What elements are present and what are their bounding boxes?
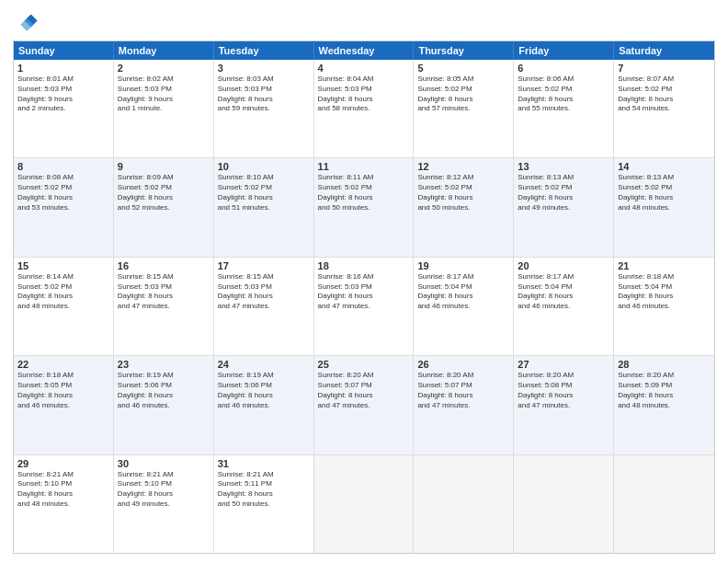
header-day-sunday: Sunday bbox=[14, 41, 114, 60]
day-info: Sunrise: 8:20 AM Sunset: 5:07 PM Dayligh… bbox=[318, 371, 410, 410]
page: SundayMondayTuesdayWednesdayThursdayFrid… bbox=[0, 0, 728, 563]
day-number: 11 bbox=[318, 161, 410, 172]
day-cell-29: 29Sunrise: 8:21 AM Sunset: 5:10 PM Dayli… bbox=[14, 455, 114, 553]
day-number: 3 bbox=[218, 63, 310, 74]
header-day-thursday: Thursday bbox=[414, 41, 514, 60]
day-number: 1 bbox=[17, 63, 109, 74]
day-number: 12 bbox=[417, 161, 509, 172]
day-cell-9: 9Sunrise: 8:09 AM Sunset: 5:02 PM Daylig… bbox=[114, 158, 214, 256]
day-cell-31: 31Sunrise: 8:21 AM Sunset: 5:11 PM Dayli… bbox=[214, 455, 314, 553]
day-number: 15 bbox=[17, 260, 109, 271]
day-info: Sunrise: 8:13 AM Sunset: 5:02 PM Dayligh… bbox=[518, 173, 609, 213]
day-number: 2 bbox=[118, 63, 210, 74]
day-cell-16: 16Sunrise: 8:15 AM Sunset: 5:03 PM Dayli… bbox=[114, 258, 214, 355]
calendar-row-4: 22Sunrise: 8:18 AM Sunset: 5:05 PM Dayli… bbox=[14, 356, 714, 454]
day-info: Sunrise: 8:19 AM Sunset: 5:06 PM Dayligh… bbox=[218, 371, 310, 410]
day-info: Sunrise: 8:03 AM Sunset: 5:03 PM Dayligh… bbox=[218, 75, 310, 114]
day-number: 4 bbox=[318, 63, 410, 74]
day-number: 22 bbox=[17, 359, 109, 370]
day-cell-27: 27Sunrise: 8:20 AM Sunset: 5:08 PM Dayli… bbox=[514, 356, 614, 454]
day-cell-1: 1Sunrise: 8:01 AM Sunset: 5:03 PM Daylig… bbox=[14, 60, 114, 157]
day-info: Sunrise: 8:07 AM Sunset: 5:02 PM Dayligh… bbox=[618, 75, 711, 114]
day-number: 23 bbox=[118, 359, 210, 370]
day-info: Sunrise: 8:02 AM Sunset: 5:03 PM Dayligh… bbox=[118, 75, 210, 114]
day-number: 10 bbox=[218, 161, 310, 172]
day-cell-25: 25Sunrise: 8:20 AM Sunset: 5:07 PM Dayli… bbox=[314, 356, 415, 454]
day-info: Sunrise: 8:21 AM Sunset: 5:10 PM Dayligh… bbox=[118, 470, 210, 510]
day-number: 24 bbox=[218, 359, 310, 370]
day-number: 16 bbox=[118, 260, 210, 271]
day-cell-24: 24Sunrise: 8:19 AM Sunset: 5:06 PM Dayli… bbox=[214, 356, 314, 454]
day-info: Sunrise: 8:05 AM Sunset: 5:02 PM Dayligh… bbox=[417, 75, 509, 114]
day-info: Sunrise: 8:06 AM Sunset: 5:02 PM Dayligh… bbox=[518, 75, 609, 114]
empty-cell bbox=[414, 455, 514, 553]
day-info: Sunrise: 8:04 AM Sunset: 5:03 PM Dayligh… bbox=[318, 75, 410, 114]
day-cell-12: 12Sunrise: 8:12 AM Sunset: 5:02 PM Dayli… bbox=[414, 158, 514, 256]
day-number: 21 bbox=[618, 260, 711, 271]
day-info: Sunrise: 8:18 AM Sunset: 5:04 PM Dayligh… bbox=[618, 272, 711, 312]
day-number: 18 bbox=[318, 260, 410, 271]
day-number: 29 bbox=[17, 458, 109, 469]
day-info: Sunrise: 8:21 AM Sunset: 5:11 PM Dayligh… bbox=[218, 470, 310, 510]
day-info: Sunrise: 8:20 AM Sunset: 5:08 PM Dayligh… bbox=[518, 371, 609, 410]
header-day-monday: Monday bbox=[114, 41, 214, 60]
calendar-body: 1Sunrise: 8:01 AM Sunset: 5:03 PM Daylig… bbox=[14, 60, 714, 553]
calendar-row-3: 15Sunrise: 8:14 AM Sunset: 5:02 PM Dayli… bbox=[14, 258, 714, 356]
day-cell-14: 14Sunrise: 8:13 AM Sunset: 5:02 PM Dayli… bbox=[614, 158, 714, 256]
day-cell-21: 21Sunrise: 8:18 AM Sunset: 5:04 PM Dayli… bbox=[614, 258, 714, 355]
calendar-row-1: 1Sunrise: 8:01 AM Sunset: 5:03 PM Daylig… bbox=[14, 60, 714, 158]
day-info: Sunrise: 8:15 AM Sunset: 5:03 PM Dayligh… bbox=[218, 272, 310, 312]
day-cell-28: 28Sunrise: 8:20 AM Sunset: 5:09 PM Dayli… bbox=[614, 356, 714, 454]
day-info: Sunrise: 8:21 AM Sunset: 5:10 PM Dayligh… bbox=[17, 470, 109, 510]
calendar-header: SundayMondayTuesdayWednesdayThursdayFrid… bbox=[14, 41, 714, 60]
day-cell-26: 26Sunrise: 8:20 AM Sunset: 5:07 PM Dayli… bbox=[414, 356, 514, 454]
day-cell-17: 17Sunrise: 8:15 AM Sunset: 5:03 PM Dayli… bbox=[214, 258, 314, 355]
day-cell-18: 18Sunrise: 8:16 AM Sunset: 5:03 PM Dayli… bbox=[314, 258, 415, 355]
header-day-friday: Friday bbox=[514, 41, 614, 60]
day-number: 19 bbox=[417, 260, 509, 271]
day-cell-8: 8Sunrise: 8:08 AM Sunset: 5:02 PM Daylig… bbox=[14, 158, 114, 256]
day-cell-15: 15Sunrise: 8:14 AM Sunset: 5:02 PM Dayli… bbox=[14, 258, 114, 355]
header-day-saturday: Saturday bbox=[614, 41, 714, 60]
day-info: Sunrise: 8:15 AM Sunset: 5:03 PM Dayligh… bbox=[118, 272, 210, 312]
day-number: 6 bbox=[518, 63, 609, 74]
day-info: Sunrise: 8:17 AM Sunset: 5:04 PM Dayligh… bbox=[518, 272, 609, 312]
day-info: Sunrise: 8:19 AM Sunset: 5:06 PM Dayligh… bbox=[118, 371, 210, 410]
day-number: 31 bbox=[218, 458, 310, 469]
day-cell-20: 20Sunrise: 8:17 AM Sunset: 5:04 PM Dayli… bbox=[514, 258, 614, 355]
day-cell-7: 7Sunrise: 8:07 AM Sunset: 5:02 PM Daylig… bbox=[614, 60, 714, 157]
day-number: 28 bbox=[618, 359, 711, 370]
day-number: 30 bbox=[118, 458, 210, 469]
day-info: Sunrise: 8:10 AM Sunset: 5:02 PM Dayligh… bbox=[218, 173, 310, 213]
calendar-row-5: 29Sunrise: 8:21 AM Sunset: 5:10 PM Dayli… bbox=[14, 455, 714, 553]
day-info: Sunrise: 8:16 AM Sunset: 5:03 PM Dayligh… bbox=[318, 272, 410, 312]
day-info: Sunrise: 8:01 AM Sunset: 5:03 PM Dayligh… bbox=[17, 75, 109, 114]
day-cell-13: 13Sunrise: 8:13 AM Sunset: 5:02 PM Dayli… bbox=[514, 158, 614, 256]
day-number: 9 bbox=[118, 161, 210, 172]
day-info: Sunrise: 8:09 AM Sunset: 5:02 PM Dayligh… bbox=[118, 173, 210, 213]
day-number: 25 bbox=[318, 359, 410, 370]
empty-cell bbox=[614, 455, 714, 553]
day-cell-6: 6Sunrise: 8:06 AM Sunset: 5:02 PM Daylig… bbox=[514, 60, 614, 157]
header-day-wednesday: Wednesday bbox=[314, 41, 415, 60]
day-info: Sunrise: 8:12 AM Sunset: 5:02 PM Dayligh… bbox=[417, 173, 509, 213]
day-info: Sunrise: 8:17 AM Sunset: 5:04 PM Dayligh… bbox=[417, 272, 509, 312]
day-cell-23: 23Sunrise: 8:19 AM Sunset: 5:06 PM Dayli… bbox=[114, 356, 214, 454]
day-number: 5 bbox=[417, 63, 509, 74]
day-number: 17 bbox=[218, 260, 310, 271]
day-cell-2: 2Sunrise: 8:02 AM Sunset: 5:03 PM Daylig… bbox=[114, 60, 214, 157]
day-number: 14 bbox=[618, 161, 711, 172]
day-info: Sunrise: 8:14 AM Sunset: 5:02 PM Dayligh… bbox=[17, 272, 109, 312]
header bbox=[13, 9, 715, 35]
day-cell-19: 19Sunrise: 8:17 AM Sunset: 5:04 PM Dayli… bbox=[414, 258, 514, 355]
day-number: 27 bbox=[518, 359, 609, 370]
header-day-tuesday: Tuesday bbox=[214, 41, 314, 60]
day-cell-5: 5Sunrise: 8:05 AM Sunset: 5:02 PM Daylig… bbox=[414, 60, 514, 157]
day-number: 7 bbox=[618, 63, 711, 74]
day-cell-10: 10Sunrise: 8:10 AM Sunset: 5:02 PM Dayli… bbox=[214, 158, 314, 256]
day-cell-22: 22Sunrise: 8:18 AM Sunset: 5:05 PM Dayli… bbox=[14, 356, 114, 454]
day-number: 8 bbox=[17, 161, 109, 172]
logo-icon bbox=[13, 9, 39, 35]
day-info: Sunrise: 8:11 AM Sunset: 5:02 PM Dayligh… bbox=[318, 173, 410, 213]
day-number: 26 bbox=[417, 359, 509, 370]
